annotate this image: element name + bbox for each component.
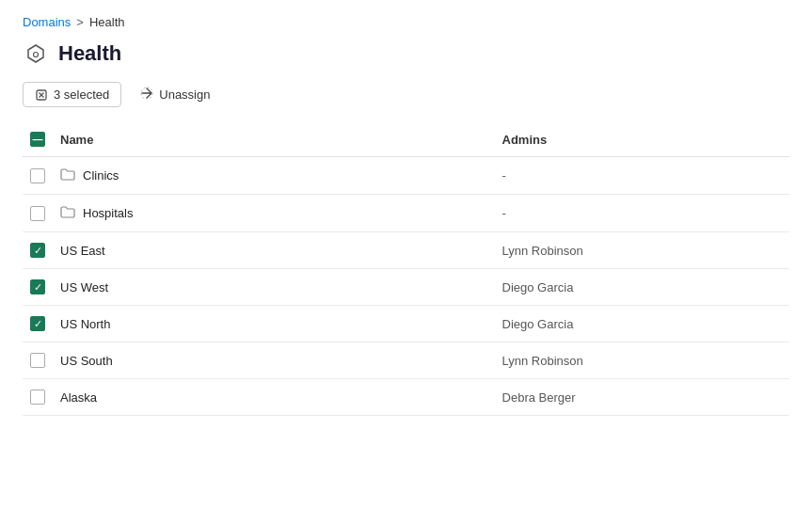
row-name-cell-clinics: Clinics (53, 157, 495, 195)
table-row: Clinics- (23, 157, 789, 195)
row-check-cell-alaska[interactable] (23, 379, 53, 416)
table-row: ✓US EastLynn Robinson (23, 232, 789, 269)
folder-icon (60, 167, 75, 183)
breadcrumb-parent[interactable]: Domains (23, 15, 71, 29)
row-check-cell-us-north[interactable]: ✓ (23, 306, 53, 342)
checkbox-us-north[interactable]: ✓ (30, 316, 45, 331)
unassign-button[interactable]: Unassign (129, 82, 221, 107)
row-check-cell-us-south[interactable] (23, 342, 53, 379)
row-name-cell-us-north: US North (53, 306, 495, 342)
row-name-us-west: US West (60, 280, 108, 294)
breadcrumb: Domains > Health (23, 15, 789, 29)
unassign-label: Unassign (159, 87, 210, 102)
page-title: Health (58, 41, 121, 66)
selected-count-label: 3 selected (54, 87, 109, 102)
x-icon (35, 88, 48, 102)
checkbox-us-west[interactable]: ✓ (30, 279, 45, 294)
checkmark: ✓ (34, 246, 42, 256)
unassign-icon (140, 87, 153, 103)
page-header: Health (23, 40, 789, 67)
row-name-cell-hospitals: Hospitals (53, 195, 495, 232)
row-check-cell-clinics[interactable] (23, 157, 53, 195)
table-row: ✓US NorthDiego Garcia (23, 306, 789, 342)
row-admins-us-west: Diego Garcia (495, 269, 789, 306)
row-check-cell-us-west[interactable]: ✓ (23, 269, 53, 306)
row-name-us-east: US East (60, 244, 105, 258)
checkbox-us-south[interactable] (30, 353, 45, 368)
row-name-hospitals: Hospitals (83, 206, 133, 220)
checkbox-clinics[interactable] (30, 168, 45, 183)
table-row: US SouthLynn Robinson (23, 342, 789, 379)
row-name-cell-us-west: US West (53, 269, 495, 306)
col-name-header: Name (53, 122, 495, 157)
row-check-cell-hospitals[interactable] (23, 195, 53, 232)
header-checkbox[interactable]: — (30, 132, 45, 147)
selected-count-button[interactable]: 3 selected (23, 82, 121, 107)
checkmark: ✓ (34, 319, 42, 329)
breadcrumb-current: Health (89, 15, 125, 29)
table-row: Hospitals- (23, 195, 789, 232)
row-check-cell-us-east[interactable]: ✓ (23, 232, 53, 269)
table-row: AlaskaDebra Berger (23, 379, 789, 416)
indeterminate-mark: — (33, 135, 43, 145)
breadcrumb-separator: > (76, 15, 84, 29)
header-checkbox-cell[interactable]: — (23, 122, 53, 157)
row-name-alaska: Alaska (60, 390, 97, 405)
row-name-clinics: Clinics (83, 168, 119, 183)
domain-icon (23, 40, 49, 67)
row-admins-clinics: - (495, 157, 789, 195)
row-name-us-north: US North (60, 317, 110, 331)
domains-table: — Name Admins Clinics- Hospitals-✓US Eas… (23, 122, 789, 416)
checkbox-alaska[interactable] (30, 390, 45, 405)
row-admins-us-north: Diego Garcia (495, 306, 789, 342)
toolbar: 3 selected Unassign (23, 82, 789, 107)
col-admins-header: Admins (495, 122, 789, 157)
checkbox-hospitals[interactable] (30, 206, 45, 221)
row-name-cell-alaska: Alaska (53, 379, 495, 416)
row-admins-us-east: Lynn Robinson (495, 232, 789, 269)
row-name-cell-us-east: US East (53, 232, 495, 269)
row-admins-alaska: Debra Berger (495, 379, 789, 416)
row-name-cell-us-south: US South (53, 342, 495, 379)
checkmark: ✓ (34, 282, 42, 293)
row-admins-us-south: Lynn Robinson (495, 342, 789, 379)
table-row: ✓US WestDiego Garcia (23, 269, 789, 306)
table-header-row: — Name Admins (23, 122, 789, 157)
row-admins-hospitals: - (495, 195, 789, 232)
svg-point-0 (34, 53, 39, 57)
row-name-us-south: US South (60, 354, 113, 368)
checkbox-us-east[interactable]: ✓ (30, 243, 45, 258)
folder-icon (60, 205, 75, 221)
